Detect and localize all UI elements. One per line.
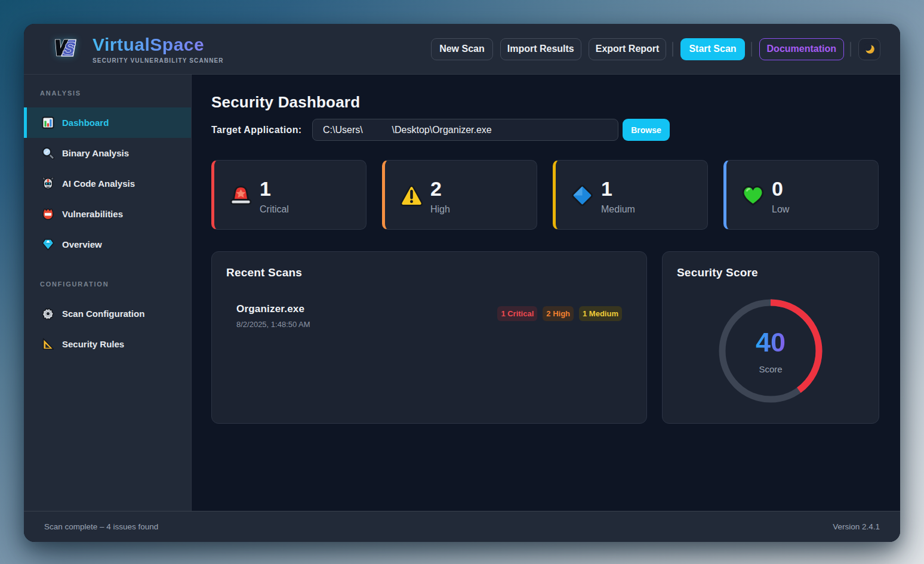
- robot-icon: [42, 177, 54, 190]
- theme-toggle-button[interactable]: [858, 38, 880, 60]
- sidebar-item-label: AI Code Analysis: [62, 178, 135, 189]
- stat-card-critical: 1 Critical: [211, 160, 366, 230]
- gauge-wrap: 40 Score: [677, 299, 864, 403]
- stat-cards: 1 Critical 2 High: [211, 160, 879, 230]
- main-content: Security Dashboard Target Application: B…: [192, 75, 900, 511]
- bar-chart-icon: [42, 116, 54, 129]
- sidebar-item-ai-code-analysis[interactable]: AI Code Analysis: [24, 168, 191, 199]
- app-title: VirtualSpace: [93, 35, 224, 54]
- sidebar-item-binary-analysis[interactable]: Binary Analysis: [24, 138, 191, 168]
- stat-text: 1 Medium: [601, 178, 635, 215]
- security-score-label: Score: [759, 364, 782, 374]
- sidebar-item-label: Scan Configuration: [62, 309, 144, 319]
- app-body: ANALYSIS Dashboard Binary Analysis: [24, 75, 900, 511]
- green-heart-icon: [742, 184, 764, 207]
- scan-timestamp: 8/2/2025, 1:48:50 AM: [236, 320, 310, 329]
- brand: S VirtualSpace SECURITY VULNERABILITY SC…: [53, 34, 224, 64]
- scan-badges: 1 Critical 2 High 1 Medium: [497, 306, 622, 321]
- new-scan-button[interactable]: New Scan: [431, 38, 493, 60]
- documentation-button[interactable]: Documentation: [759, 38, 844, 60]
- statusbar: Scan complete – 4 issues found Version 2…: [24, 511, 900, 542]
- sidebar-item-label: Dashboard: [62, 118, 109, 128]
- scan-list-item[interactable]: Organizer.exe 8/2/2025, 1:48:50 AM 1 Cri…: [226, 303, 632, 329]
- name-badge-icon: [42, 208, 54, 220]
- stat-card-medium: 1 Medium: [553, 160, 708, 230]
- nav-separator: [672, 42, 673, 57]
- browse-button[interactable]: Browse: [623, 119, 670, 141]
- stat-count: 1: [601, 178, 635, 199]
- siren-icon: [230, 184, 252, 207]
- badge-high: 2 High: [543, 306, 574, 321]
- blue-diamond-icon: [571, 184, 593, 207]
- stat-label: Low: [772, 204, 789, 215]
- recent-scans-title: Recent Scans: [226, 266, 632, 279]
- titlebar: S VirtualSpace SECURITY VULNERABILITY SC…: [24, 24, 900, 75]
- stat-label: Medium: [601, 204, 635, 215]
- sidebar-section-configuration: CONFIGURATION: [24, 260, 191, 288]
- sidebar-item-scan-configuration[interactable]: Scan Configuration: [24, 298, 191, 329]
- stat-count: 1: [260, 178, 289, 199]
- stat-count: 0: [772, 178, 789, 199]
- gear-icon: [42, 307, 54, 320]
- header-nav: New Scan Import Results Export Report St…: [431, 38, 880, 60]
- target-application-row: Target Application: Browse: [211, 119, 879, 141]
- nav-separator: [850, 42, 851, 57]
- security-score-title: Security Score: [677, 266, 864, 279]
- stat-text: 1 Critical: [260, 178, 289, 215]
- vs-logo-icon: S: [53, 37, 76, 58]
- triangular-ruler-icon: [42, 338, 54, 350]
- sidebar-item-dashboard[interactable]: Dashboard: [24, 107, 191, 138]
- sidebar-item-vulnerabilities[interactable]: Vulnerabilities: [24, 199, 191, 229]
- recent-scans-panel: Recent Scans Organizer.exe 8/2/2025, 1:4…: [211, 251, 647, 424]
- stat-label: Critical: [260, 204, 289, 215]
- sidebar-section-analysis: ANALYSIS: [24, 75, 191, 97]
- nav-separator: [751, 42, 752, 57]
- app-subtitle: SECURITY VULNERABILITY SCANNER: [93, 57, 224, 64]
- status-message: Scan complete – 4 issues found: [44, 522, 158, 531]
- sidebar-item-label: Vulnerabilities: [62, 209, 123, 219]
- stat-text: 2 High: [430, 178, 450, 215]
- import-results-button[interactable]: Import Results: [500, 38, 581, 60]
- badge-critical: 1 Critical: [497, 306, 537, 321]
- magnifier-icon: [42, 147, 54, 159]
- sidebar: ANALYSIS Dashboard Binary Analysis: [24, 75, 192, 511]
- badge-medium: 1 Medium: [579, 306, 622, 321]
- start-scan-button[interactable]: Start Scan: [680, 38, 744, 60]
- sidebar-item-label: Security Rules: [62, 339, 124, 349]
- gauge-center: 40 Score: [719, 299, 823, 403]
- stat-card-high: 2 High: [382, 160, 537, 230]
- target-path-input[interactable]: [312, 119, 618, 141]
- security-score-value: 40: [756, 329, 786, 356]
- brand-text: VirtualSpace SECURITY VULNERABILITY SCAN…: [93, 34, 224, 64]
- scan-name: Organizer.exe: [236, 303, 310, 315]
- gem-icon: [42, 238, 54, 251]
- stat-text: 0 Low: [772, 178, 789, 215]
- app-window: S VirtualSpace SECURITY VULNERABILITY SC…: [24, 24, 900, 542]
- sidebar-item-overview[interactable]: Overview: [24, 229, 191, 260]
- export-report-button[interactable]: Export Report: [589, 38, 667, 60]
- sidebar-item-label: Binary Analysis: [62, 148, 129, 158]
- page-title: Security Dashboard: [211, 94, 879, 110]
- stat-label: High: [430, 204, 450, 215]
- security-score-panel: Security Score 40 Score: [662, 251, 879, 424]
- sidebar-item-security-rules[interactable]: Security Rules: [24, 329, 191, 359]
- sidebar-item-label: Overview: [62, 239, 102, 249]
- security-score-gauge: 40 Score: [719, 299, 823, 403]
- bottom-panels: Recent Scans Organizer.exe 8/2/2025, 1:4…: [211, 251, 879, 424]
- warning-icon: [401, 184, 423, 207]
- target-application-label: Target Application:: [211, 125, 312, 135]
- stat-card-low: 0 Low: [723, 160, 879, 230]
- scan-info: Organizer.exe 8/2/2025, 1:48:50 AM: [236, 303, 310, 329]
- stat-count: 2: [430, 178, 450, 199]
- version-label: Version 2.4.1: [833, 522, 880, 531]
- moon-icon: [863, 42, 876, 56]
